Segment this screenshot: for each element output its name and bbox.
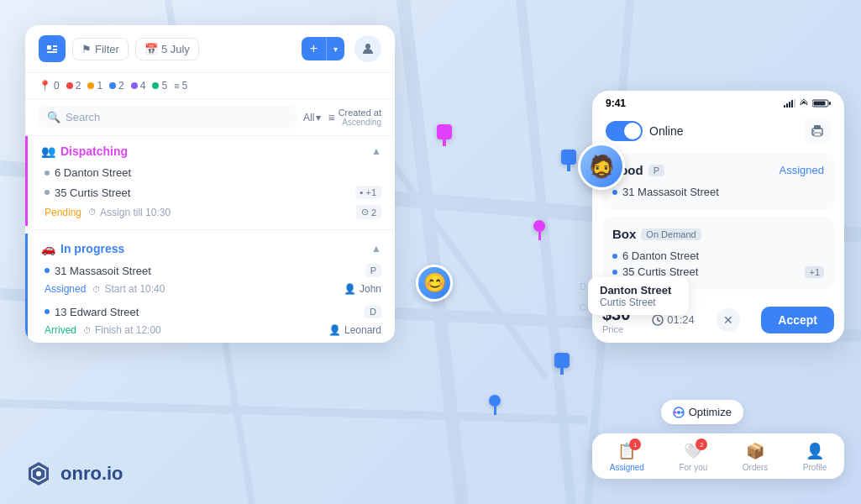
header-logo[interactable]: [39, 35, 66, 62]
search-row: 🔍 Search All ▾ ≡ Created at Ascending: [25, 99, 395, 136]
nav-assigned[interactable]: 📋 1 Assigned: [610, 442, 644, 472]
optimize-button[interactable]: Optimize: [661, 400, 743, 424]
optimize-icon: [673, 407, 685, 418]
addr-dot: [612, 270, 617, 275]
svg-point-32: [674, 411, 676, 413]
signal-icons: [784, 99, 831, 108]
map-driver-avatar: 🧔: [578, 143, 625, 190]
inprogress-chevron[interactable]: ▲: [371, 243, 381, 255]
food-status: Assigned: [780, 164, 824, 176]
assigned-badge: 1: [629, 438, 641, 450]
assignee-john: 👤 John: [344, 283, 381, 295]
mobile-online-row: Online: [592, 113, 844, 153]
mobile-time: 9:41: [606, 97, 626, 109]
time-label-1: ⏱ Start at 10:40: [92, 283, 165, 295]
svg-point-33: [680, 411, 683, 413]
online-label: Online: [649, 124, 683, 138]
dispatch-count: ⊙ 2: [356, 205, 381, 219]
status-chip-3[interactable]: 2: [109, 80, 124, 92]
nav-foryou[interactable]: 🤍 2 For you: [679, 442, 707, 472]
map-pin-5[interactable]: [554, 353, 570, 375]
clock-icon: [652, 314, 664, 326]
svg-rect-12: [53, 49, 57, 50]
search-icon: 🔍: [47, 111, 60, 123]
inprogress-order-0[interactable]: 31 Massasoit Street P Assigned ⏱ Start a…: [28, 260, 395, 302]
status-chip-5[interactable]: 5: [152, 80, 167, 92]
svg-line-29: [658, 320, 660, 322]
svg-rect-22: [829, 102, 831, 105]
svg-rect-15: [784, 105, 785, 108]
mobile-status-bar: 9:41: [592, 91, 844, 113]
svg-point-36: [36, 471, 41, 476]
order-dot: [45, 268, 50, 273]
time-label-2: ⏱ Finish at 12:00: [83, 324, 161, 336]
map-pin-4[interactable]: 😊: [416, 265, 453, 302]
mobile-card-food: Food P Assigned 31 Massasoit Street: [602, 153, 834, 210]
svg-rect-11: [53, 45, 57, 47]
svg-rect-18: [791, 100, 793, 108]
card-type-box: Box On Demand: [612, 227, 701, 241]
dispatching-order-0[interactable]: 6 Danton Street: [28, 163, 395, 182]
svg-point-26: [813, 130, 815, 132]
nav-profile[interactable]: 👤 Profile: [803, 442, 827, 472]
svg-rect-10: [47, 45, 51, 50]
order-badge-p: P: [365, 264, 381, 277]
orders-icon: 📦: [746, 442, 764, 460]
online-toggle[interactable]: [606, 121, 643, 141]
svg-rect-25: [814, 133, 821, 136]
search-input[interactable]: 🔍 Search: [39, 106, 297, 129]
add-arrow-button[interactable]: ▾: [327, 40, 344, 58]
addr-dot: [612, 254, 617, 259]
filter-button[interactable]: ⚑ Filter: [72, 38, 129, 60]
panel-header: ⚑ Filter 📅 5 July + ▾: [25, 25, 395, 73]
filter-icon: ⚑: [81, 43, 92, 55]
box-badge: On Demand: [641, 228, 701, 240]
map-location-popup: Danton Street Curtis Street: [588, 277, 689, 315]
inprogress-order-1[interactable]: 13 Edward Street D Arrived ⏱ Finish at 1…: [28, 302, 395, 343]
add-plus-button[interactable]: +: [302, 37, 326, 60]
time-label: ⏱ Assign till 10:30: [88, 207, 171, 218]
box-address-1: 6 Danton Street: [612, 248, 824, 264]
svg-line-3: [521, 0, 571, 504]
dispatching-title: 👥 Dispatching: [41, 144, 128, 158]
inprogress-title: 🚗 In progress: [41, 242, 124, 255]
map-pin-1[interactable]: [437, 124, 452, 146]
dispatching-section: 👥 Dispatching ▲ 6 Danton Street 35 Curti…: [25, 136, 395, 226]
nav-orders[interactable]: 📦 Orders: [743, 442, 769, 472]
status-chip-0[interactable]: 📍 0: [39, 80, 60, 92]
accept-button[interactable]: Accept: [761, 307, 834, 333]
order-dot: [45, 309, 50, 314]
map-pin-2[interactable]: [561, 150, 576, 171]
dispatching-icon: 👥: [41, 144, 55, 158]
status-chip-2[interactable]: 1: [87, 80, 102, 92]
print-button[interactable]: [804, 118, 831, 144]
date-button[interactable]: 📅 5 July: [135, 38, 199, 60]
timer-block: 01:24: [652, 313, 695, 326]
add-button-group: + ▾: [302, 37, 344, 60]
order-dot: [45, 190, 50, 195]
user-avatar-button[interactable]: [354, 35, 381, 62]
brand-name: onro.io: [60, 463, 123, 485]
svg-rect-19: [794, 99, 795, 108]
status-chips-row: 📍 0 2 1 2 4 5 ≡ 5: [25, 73, 395, 99]
popup-addr1: Danton Street: [600, 284, 677, 297]
svg-point-31: [677, 411, 680, 414]
status-chip-4[interactable]: 4: [131, 80, 146, 92]
timer-value: 01:24: [667, 313, 695, 326]
dispatching-chevron[interactable]: ▲: [371, 145, 381, 157]
dispatching-header: 👥 Dispatching ▲: [28, 136, 395, 163]
order-badge-plus: ▪ +1: [355, 186, 381, 199]
calendar-icon: 📅: [144, 43, 158, 55]
inprogress-icon: 🚗: [41, 242, 55, 255]
close-button[interactable]: ✕: [717, 308, 740, 332]
map-pin-3[interactable]: [533, 220, 545, 240]
filter-all-button[interactable]: All ▾: [303, 112, 321, 123]
status-chip-1[interactable]: 2: [66, 80, 81, 92]
sort-button[interactable]: ≡ Created at Ascending: [328, 108, 381, 127]
dispatching-order-1[interactable]: 35 Curtis Street ▪ +1: [28, 182, 395, 202]
status-chip-6[interactable]: ≡ 5: [174, 80, 187, 92]
map-pin-6[interactable]: [489, 395, 501, 415]
food-address: 31 Massasoit Street: [612, 184, 824, 200]
section-divider: [25, 229, 395, 230]
status-arrived: Arrived: [45, 324, 76, 336]
